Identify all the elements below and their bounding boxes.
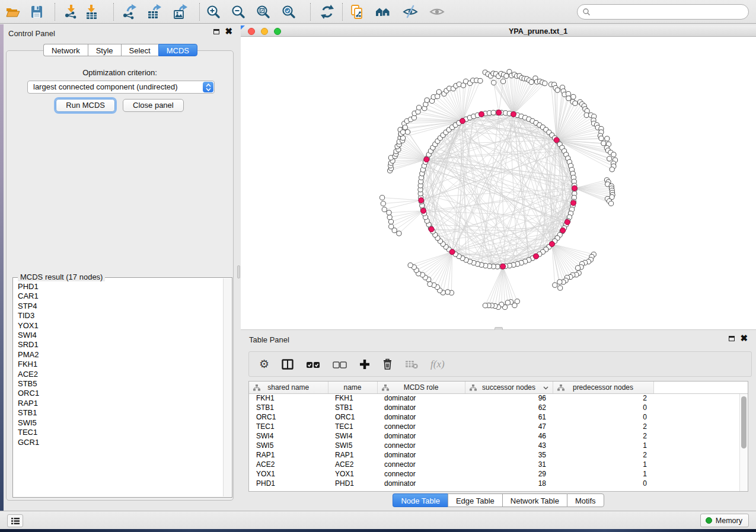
table-row[interactable]: YOX1YOX1connector291 [249, 469, 748, 479]
column-header-name[interactable]: name [328, 382, 377, 393]
mcds-result-item[interactable]: STP4 [18, 302, 223, 311]
close-panel-icon[interactable]: ✖ [740, 335, 748, 341]
splitter-handle[interactable] [237, 265, 240, 278]
cell-successor-nodes[interactable]: 35 [465, 450, 553, 460]
cell-name[interactable]: RAP1 [328, 450, 377, 460]
cell-predecessor-nodes[interactable]: 2 [553, 422, 653, 431]
delete-table-icon[interactable] [405, 358, 418, 371]
cell-shared-name[interactable]: SWI5 [249, 441, 328, 450]
show-all-icon[interactable] [429, 4, 445, 20]
cell-name[interactable]: ORC1 [328, 412, 377, 422]
network-canvas[interactable]: .ne{stroke:#b4b4b4;stroke-width:0.7;opac… [241, 37, 756, 329]
mcds-result-item[interactable]: FKH1 [18, 360, 223, 369]
tab-node-table[interactable]: Node Table [393, 493, 448, 507]
export-table-icon[interactable] [146, 4, 162, 20]
mcds-list-scrollbar[interactable] [223, 278, 231, 496]
import-network-icon[interactable] [63, 4, 79, 20]
cell-mcds-role[interactable]: connector [377, 441, 465, 450]
mcds-result-item[interactable]: STB5 [18, 379, 223, 389]
cell-mcds-role[interactable]: dominator [377, 412, 465, 422]
cell-predecessor-nodes[interactable]: 2 [553, 450, 653, 460]
cell-mcds-role[interactable]: dominator [377, 479, 465, 488]
cell-successor-nodes[interactable]: 47 [465, 422, 553, 431]
cell-shared-name[interactable]: FKH1 [249, 393, 328, 403]
mcds-result-item[interactable]: RAP1 [18, 399, 223, 408]
zoom-in-icon[interactable] [206, 4, 221, 20]
mcds-result-item[interactable]: PHD1 [18, 282, 223, 291]
cell-shared-name[interactable]: ORC1 [249, 412, 328, 422]
cell-mcds-role[interactable]: dominator [377, 431, 465, 441]
refresh-layout-icon[interactable] [320, 4, 335, 20]
cell-successor-nodes[interactable]: 96 [465, 393, 553, 403]
mcds-result-item[interactable]: ACE2 [18, 370, 223, 379]
clone-network-icon[interactable] [349, 4, 365, 20]
table-row[interactable]: RAP1RAP1dominator352 [249, 450, 748, 460]
create-column-icon[interactable] [359, 358, 370, 371]
run-mcds-button[interactable]: Run MCDS [56, 99, 115, 112]
mcds-result-item[interactable]: TID3 [18, 311, 223, 321]
cell-successor-nodes[interactable]: 29 [465, 469, 553, 479]
table-row[interactable]: TEC1TEC1connector472 [249, 422, 748, 431]
mcds-result-item[interactable]: SWI5 [18, 418, 223, 428]
cell-predecessor-nodes[interactable]: 1 [553, 469, 653, 479]
cell-mcds-role[interactable]: dominator [377, 403, 465, 412]
cell-successor-nodes[interactable]: 62 [465, 403, 553, 412]
cell-successor-nodes[interactable]: 61 [465, 412, 553, 422]
tab-network-table[interactable]: Network Table [502, 493, 567, 507]
function-builder-icon[interactable]: f(x) [430, 358, 445, 371]
close-window-icon[interactable] [248, 28, 255, 35]
export-image-icon[interactable] [173, 4, 188, 20]
mcds-result-item[interactable]: PMA2 [18, 350, 223, 360]
mcds-result-item[interactable]: YOX1 [18, 321, 223, 331]
cell-mcds-role[interactable]: connector [377, 460, 465, 469]
cell-successor-nodes[interactable]: 18 [465, 479, 553, 488]
cell-name[interactable]: SWI5 [328, 441, 377, 450]
search-input[interactable] [591, 6, 748, 18]
minimize-window-icon[interactable] [261, 28, 268, 35]
select-all-icon[interactable] [306, 358, 320, 371]
column-header-mcds-role[interactable]: MCDS role [377, 382, 465, 393]
delete-columns-icon[interactable] [382, 358, 393, 371]
mcds-result-item[interactable]: TEC1 [18, 428, 223, 437]
tab-network[interactable]: Network [43, 44, 88, 56]
table-row[interactable]: STB1STB1dominator620 [249, 403, 748, 412]
tab-motifs[interactable]: Motifs [567, 493, 604, 507]
mcds-result-item[interactable]: STB1 [18, 408, 223, 418]
cell-mcds-role[interactable]: dominator [377, 393, 465, 403]
network-titlebar[interactable]: YPA_prune.txt_1 [241, 25, 756, 37]
show-hide-columns-icon[interactable] [282, 358, 294, 371]
cell-name[interactable]: PHD1 [328, 479, 377, 488]
table-row[interactable]: SWI5SWI5connector431 [249, 441, 748, 450]
column-header-shared-name[interactable]: shared name [249, 382, 328, 393]
table-row[interactable]: PHD1PHD1dominator180 [249, 479, 748, 488]
maximize-window-icon[interactable] [274, 28, 281, 35]
table-mode-icon[interactable]: ⚙ [259, 358, 269, 371]
table-row[interactable]: ORC1ORC1dominator610 [249, 412, 748, 422]
float-panel-icon[interactable] [729, 336, 735, 341]
close-panel-icon[interactable]: ✖ [225, 28, 232, 34]
cell-shared-name[interactable]: STB1 [249, 403, 328, 412]
float-panel-icon[interactable] [213, 29, 219, 34]
cell-mcds-role[interactable]: connector [377, 469, 465, 479]
mcds-result-list[interactable]: PHD1CAR1STP4TID3YOX1SWI4SRD1PMA2FKH1ACE2… [14, 282, 223, 496]
cell-predecessor-nodes[interactable]: 2 [553, 431, 653, 441]
cell-name[interactable]: ACE2 [328, 460, 377, 469]
cell-name[interactable]: TEC1 [328, 422, 377, 431]
mcds-result-item[interactable]: CAR1 [18, 291, 223, 301]
criterion-dropdown[interactable]: largest connected component (undirected) [27, 81, 215, 94]
cell-predecessor-nodes[interactable]: 2 [553, 393, 653, 403]
cell-successor-nodes[interactable]: 31 [465, 460, 553, 469]
tab-edge-table[interactable]: Edge Table [448, 493, 502, 507]
task-history-button[interactable] [7, 514, 23, 527]
tab-style[interactable]: Style [88, 44, 121, 56]
search-box[interactable] [577, 4, 749, 20]
cell-shared-name[interactable]: YOX1 [249, 469, 328, 479]
cell-shared-name[interactable]: TEC1 [249, 422, 328, 431]
table-row[interactable]: FKH1FKH1dominator962 [249, 393, 748, 403]
tab-mcds[interactable]: MCDS [158, 44, 197, 56]
table-scrollbar[interactable] [739, 394, 748, 491]
zoom-out-icon[interactable] [231, 4, 246, 20]
close-panel-button[interactable]: Close panel [123, 99, 184, 112]
cell-successor-nodes[interactable]: 46 [465, 431, 553, 441]
memory-button[interactable]: Memory [700, 514, 749, 527]
